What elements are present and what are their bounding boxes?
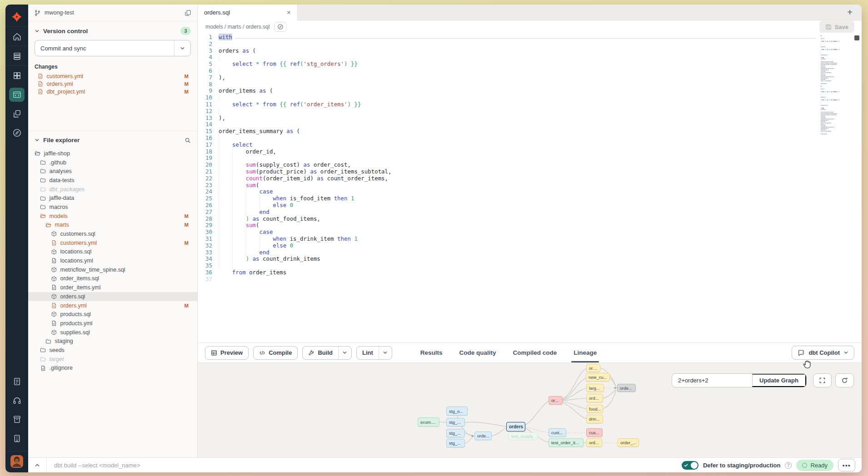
tree-item-supplies.sql[interactable]: supplies.sql [28, 328, 197, 337]
environments-icon[interactable] [5, 46, 28, 65]
tree-item-jaffle-shop[interactable]: jaffle-shop [28, 149, 197, 158]
tree-item-analyses[interactable]: analyses [28, 167, 197, 176]
lineage-selector-input[interactable]: 2+orders+2 [672, 374, 752, 387]
tree-item-models[interactable]: modelsM [28, 212, 197, 221]
code-editor[interactable]: 1with23orders as (45 select * from {{ re… [198, 33, 862, 342]
scrollbar-thumb[interactable] [854, 35, 859, 40]
lineage-node-stg_2[interactable]: stg_... [446, 429, 465, 437]
changed-file-dbt_project.yml[interactable]: dbt_project.ymlM [28, 88, 197, 95]
command-input[interactable]: dbt build --select <model_name> [47, 462, 140, 469]
home-icon[interactable] [5, 27, 28, 46]
code-line-1: 1with [198, 34, 818, 41]
expand-command-bar-icon[interactable] [28, 458, 46, 472]
lineage-node-cust[interactable]: cust... [549, 428, 566, 437]
close-tab-icon[interactable]: × [287, 9, 291, 16]
support-headphones-icon[interactable] [5, 391, 28, 410]
changed-file-customers.yml[interactable]: customers.ymlM [28, 72, 197, 80]
ide-icon-active[interactable] [5, 85, 28, 104]
tree-item-customers.sql[interactable]: customers.sql [28, 229, 197, 238]
checklist-icon[interactable] [5, 372, 28, 391]
tree-item-macros[interactable]: macros [28, 203, 197, 212]
apps-grid-icon[interactable] [5, 66, 28, 85]
tree-item-customers.yml[interactable]: customers.ymlM [28, 238, 197, 248]
lineage-node-stg_1[interactable]: stg_... [446, 418, 465, 426]
lint-dropdown-chevron[interactable] [379, 347, 392, 359]
tree-item-order_items.sql[interactable]: order_items.sql [28, 274, 197, 283]
tree-item-locations.yml[interactable]: locations.yml [28, 256, 197, 265]
commit-and-sync-dropdown[interactable]: Commit and sync [35, 40, 191, 56]
tree-item-metricflow_time_spine.sql[interactable]: metricflow_time_spine.sql [28, 265, 197, 274]
tree-item-locations.sql[interactable]: locations.sql [28, 248, 197, 257]
search-icon[interactable] [185, 137, 191, 144]
avatar[interactable] [10, 455, 23, 468]
dbt-copilot-button[interactable]: dbt Copilot [792, 346, 854, 360]
tree-item-seeds[interactable]: seeds [28, 346, 197, 355]
build-button[interactable]: Build [302, 346, 352, 360]
file-explorer-header[interactable]: File explorer [28, 131, 197, 147]
tree-item-.github[interactable]: .github [28, 158, 197, 167]
lineage-node-orders[interactable]: orders [506, 422, 525, 431]
lineage-node-ord2[interactable]: ord... [586, 438, 602, 447]
lineage-node-ord1[interactable]: ord... [586, 394, 603, 402]
lineage-node-stg_3[interactable]: stg_... [446, 439, 465, 447]
lineage-node-order_[interactable]: order_... [618, 438, 639, 447]
minimap[interactable] [821, 35, 850, 136]
organization-icon[interactable] [5, 429, 28, 448]
compile-button[interactable]: Compile [253, 346, 298, 360]
code-line-13: 13), [198, 115, 818, 122]
save-button[interactable]: Save [819, 21, 854, 33]
dbt-logo-icon[interactable] [5, 7, 28, 26]
lineage-node-stg_o[interactable]: stg_o... [446, 407, 468, 416]
new-tab-button[interactable]: + [843, 6, 856, 19]
update-graph-button[interactable]: Update Graph [752, 374, 806, 387]
help-icon[interactable]: ? [785, 462, 792, 469]
fullscreen-button[interactable] [813, 373, 832, 387]
lineage-panel[interactable]: ecom....stg_o...stg_...stg_...stg_...ord… [198, 362, 862, 457]
lineage-node-food[interactable]: food... [586, 405, 603, 413]
lint-button[interactable]: Lint [356, 346, 392, 360]
tree-item-staging[interactable]: staging [28, 337, 197, 346]
tree-item-marts[interactable]: martsM [28, 221, 197, 230]
resources-icon[interactable] [5, 410, 28, 429]
tree-item-data-tests[interactable]: data-tests [28, 176, 197, 185]
tree-item-target[interactable]: target [28, 355, 197, 364]
tree-item-.gitignore[interactable]: .gitignore [28, 364, 197, 373]
lineage-node-ecom[interactable]: ecom.... [418, 417, 439, 426]
tab-orders-sql[interactable]: orders.sql × [198, 5, 298, 20]
tab-compiled-code[interactable]: Compiled code [513, 343, 557, 362]
model-icon [51, 249, 57, 255]
lineage-node-test_order_it[interactable]: test_order_it... [549, 438, 584, 447]
copy-branch-icon[interactable] [185, 10, 191, 16]
tab-code-quality[interactable]: Code quality [459, 343, 496, 362]
tree-item-dbt_packages[interactable]: dbt_packages [28, 185, 197, 194]
tree-item-products.sql[interactable]: products.sql [28, 310, 197, 319]
lineage-node-larg[interactable]: larg... [586, 384, 604, 392]
modified-badge: M [185, 74, 189, 79]
lineage-node-drin[interactable]: drin... [586, 415, 603, 423]
refresh-button[interactable] [835, 373, 854, 387]
tree-item-order_items.yml[interactable]: order_items.yml [28, 283, 197, 292]
version-control-header[interactable]: Version control 3 [28, 21, 197, 39]
explorer-compass-icon[interactable] [5, 123, 28, 142]
commit-dropdown-chevron[interactable] [174, 40, 190, 56]
open-lineage-icon[interactable] [274, 22, 287, 32]
lineage-node-new_cu[interactable]: new_cu... [586, 373, 610, 382]
build-dropdown-chevron[interactable] [338, 347, 351, 359]
tab-results[interactable]: Results [420, 343, 443, 362]
tree-item-jaffle-data[interactable]: jaffle-data [28, 193, 197, 203]
lineage-node-test_supply[interactable]: test_supply... [509, 432, 538, 440]
lineage-node-orde_gray[interactable]: orde... [617, 384, 636, 392]
projects-icon[interactable] [5, 104, 28, 123]
lineage-node-orde_mid[interactable]: orde... [474, 431, 492, 440]
tree-item-orders.sql[interactable]: orders.sql [28, 292, 197, 301]
lineage-node-or_pink[interactable]: or... [549, 396, 563, 405]
lineage-node-cus[interactable]: cus... [586, 428, 603, 437]
defer-toggle[interactable] [682, 461, 698, 470]
tab-lineage[interactable]: Lineage [574, 343, 597, 362]
changed-file-orders.yml[interactable]: orders.ymlM [28, 80, 197, 88]
preview-button[interactable]: Preview [205, 346, 249, 360]
tree-item-products.yml[interactable]: products.yml [28, 319, 197, 328]
more-options-button[interactable]: ••• [838, 459, 855, 471]
lineage-node-or_top[interactable]: or.... [586, 364, 600, 372]
tree-item-orders.yml[interactable]: orders.ymlM [28, 301, 197, 310]
